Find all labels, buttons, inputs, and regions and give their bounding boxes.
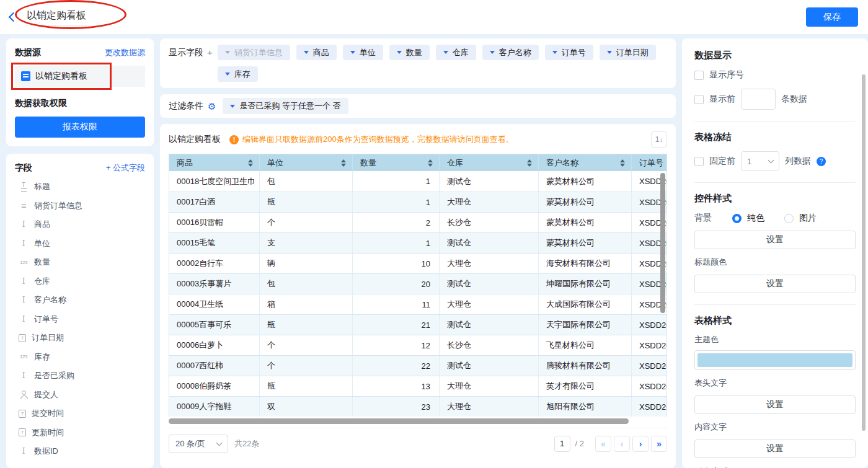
table-row[interactable]: 00003乐事薯片包20测试仓坤曜国际有限公司XSDD20	[169, 273, 666, 294]
page-title[interactable]: 以销定购看板	[27, 9, 86, 25]
table-header-cell[interactable]: 订单号	[631, 154, 666, 171]
current-page-input[interactable]: 1	[554, 436, 570, 452]
header-text-set-button[interactable]: 设置	[694, 395, 856, 414]
table-header-cell[interactable]: 单位	[259, 154, 352, 171]
field-list-item[interactable]: 库存	[15, 348, 145, 367]
title-color-set-button[interactable]: 设置	[694, 275, 856, 293]
prev-page-button[interactable]: ‹	[614, 436, 630, 452]
title-field-icon	[19, 182, 29, 192]
display-field-chip[interactable]: 客户名称	[482, 45, 539, 60]
table-horizontal-scrollbar[interactable]	[169, 418, 629, 424]
table-cell: 个	[259, 335, 352, 355]
filter-condition-label: 是否已采购 等于任意一个 否	[239, 100, 340, 112]
solid-color-radio[interactable]	[732, 214, 742, 223]
field-list-item[interactable]: 是否已采购	[15, 366, 145, 386]
sort-icon[interactable]	[527, 159, 532, 167]
field-list-item[interactable]: 商品	[15, 215, 145, 234]
field-list-item[interactable]: 数量	[15, 253, 145, 272]
image-radio[interactable]	[784, 214, 794, 223]
table-row[interactable]: 00016贝雷帽个2长沙仓蒙莫材料公司XSDD20	[169, 212, 666, 232]
table-row[interactable]: 00009人字拖鞋双23大理仓旭阳有限公司XSDD20	[169, 396, 666, 417]
datasource-item-label: 以销定购看板	[35, 71, 87, 82]
field-list-item[interactable]: 数据ID	[15, 442, 145, 461]
help-icon[interactable]	[817, 157, 826, 166]
add-formula-field-link[interactable]: + 公式字段	[106, 162, 145, 174]
background-set-button[interactable]: 设置	[694, 231, 856, 249]
sort-icon[interactable]	[620, 159, 625, 167]
field-list-item[interactable]: 更新时间	[15, 423, 145, 443]
table-header-cell[interactable]: 客户名称	[538, 154, 631, 171]
gear-icon[interactable]: ⚙	[208, 102, 216, 111]
filter-condition-chip[interactable]: 是否已采购 等于任意一个 否	[223, 98, 348, 114]
display-field-chip[interactable]: 数量	[389, 45, 430, 60]
table-row[interactable]: 00017白酒瓶1大理仓蒙莫材料公司XSDD20	[169, 192, 666, 212]
content-text-set-button[interactable]: 设置	[694, 439, 856, 458]
display-field-chip[interactable]: 仓库	[436, 45, 476, 60]
sort-order-button[interactable]: 1↓	[651, 131, 667, 148]
field-list-item[interactable]: 提交人	[15, 386, 145, 405]
table-cell: 00015毛笔	[169, 233, 259, 253]
freeze-columns-checkbox[interactable]	[694, 157, 704, 166]
field-list-item[interactable]: 订单号	[15, 310, 145, 329]
table-header-row: 商品 单位 数量 仓库 客户名称 订单号	[169, 154, 666, 171]
sort-icon[interactable]	[428, 159, 433, 167]
change-datasource-link[interactable]: 更改数据源	[105, 47, 145, 58]
table-cell: 大理仓	[439, 192, 538, 212]
show-first-count-input[interactable]	[741, 89, 776, 110]
field-list-item[interactable]: 仓库	[15, 272, 145, 291]
display-field-chip[interactable]: 销货订单信息	[218, 45, 290, 60]
table-cell: 00017白酒	[169, 192, 259, 212]
data-display-heading: 数据显示	[694, 50, 856, 61]
table-header-cell[interactable]: 仓库	[439, 154, 538, 171]
table-cell: 20	[352, 274, 439, 294]
save-button[interactable]: 保存	[806, 7, 858, 27]
last-page-button[interactable]: »	[651, 436, 667, 452]
table-row[interactable]: 00007西红柿个22测试仓腾骏材料有限公司XSDD20	[169, 355, 666, 376]
back-icon[interactable]	[9, 12, 19, 22]
next-page-button[interactable]: ›	[632, 436, 649, 452]
table-row[interactable]: 00015毛笔支1测试仓蒙莫材料公司XSDD20	[169, 232, 666, 253]
field-list-item[interactable]: 单位	[15, 234, 145, 254]
table-header-cell[interactable]: 数量	[352, 154, 439, 171]
chip-label: 商品	[313, 47, 329, 58]
display-field-chip[interactable]: 订单日期	[600, 45, 656, 60]
table-cell: 大理仓	[439, 397, 538, 417]
table-row[interactable]: 00008伯爵奶茶瓶13大理仓英才有限公司XSDD20	[169, 376, 666, 396]
table-row[interactable]: 00002自行车辆10大理仓海安材料有限公司XSDD20	[169, 253, 666, 273]
field-list-item[interactable]: 订单日期	[15, 329, 145, 348]
topbar: 以销定购看板 保存	[0, 0, 868, 34]
page-size-select[interactable]: 20 条/页	[169, 435, 228, 453]
first-page-button[interactable]: «	[595, 436, 611, 452]
datasource-item[interactable]: 以销定购看板	[15, 66, 145, 87]
panel-scrollbar[interactable]	[862, 74, 866, 431]
table-cell: 00005百事可乐	[169, 315, 259, 335]
sort-icon[interactable]	[248, 159, 253, 167]
pagination-bar: 20 条/页 共22条 1 / 2 «‹›»	[169, 428, 667, 459]
table-cell: XSDD20	[631, 397, 666, 417]
table-row[interactable]: 00006白萝卜个12长沙仓飞星材料公司XSDD20	[169, 335, 666, 355]
theme-color-swatch[interactable]	[694, 350, 856, 370]
table-cell: 11	[352, 294, 439, 314]
field-list-item[interactable]: 客户名称	[15, 291, 145, 310]
table-row[interactable]: 00018七度空间卫生巾包1测试仓蒙莫材料公司XSDD20	[169, 171, 666, 192]
show-first-checkbox[interactable]	[694, 95, 704, 104]
table-row[interactable]: 00004卫生纸箱11大理仓大成国际有限公司XSDD20	[169, 294, 666, 314]
field-list-item[interactable]: 提交时间	[15, 404, 145, 423]
freeze-count-select[interactable]: 1	[741, 151, 779, 171]
text-field-icon	[19, 371, 29, 380]
display-field-chip[interactable]: 库存	[218, 66, 258, 82]
display-field-chip[interactable]: 订单号	[545, 45, 593, 60]
table-header-cell[interactable]: 商品	[169, 154, 259, 171]
add-display-field-icon[interactable]: +	[207, 47, 213, 58]
table-cell: 大成国际有限公司	[538, 294, 631, 314]
display-field-chip[interactable]: 商品	[296, 45, 337, 60]
sort-icon[interactable]	[341, 159, 346, 167]
report-permission-button[interactable]: 报表权限	[15, 117, 145, 138]
display-field-chip[interactable]: 单位	[343, 45, 383, 60]
table-row[interactable]: 00005百事可乐瓶21测试仓天宇国际有限公司XSDD20	[169, 314, 666, 335]
field-list-item[interactable]: 标题	[15, 177, 145, 196]
table-cell: 腾骏材料有限公司	[538, 356, 631, 376]
field-list-item[interactable]: 销货订单信息	[15, 196, 145, 216]
show-index-checkbox[interactable]	[694, 71, 704, 80]
table-vertical-scrollbar[interactable]	[660, 173, 665, 313]
